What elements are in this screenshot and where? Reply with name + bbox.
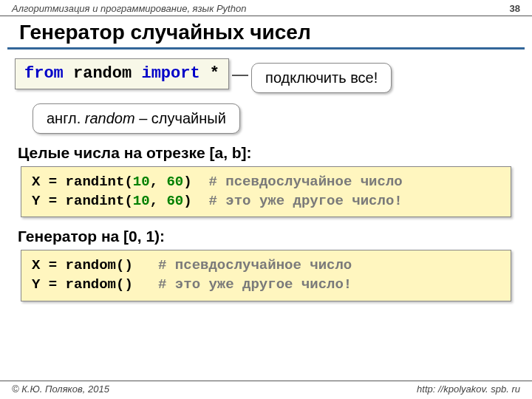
copyright: © К.Ю. Поляков, 2015 — [12, 383, 109, 395]
module-name: random — [64, 64, 142, 83]
page-title: Генератор случайных чисел — [7, 16, 525, 50]
callout-translation: англ. random – случайный — [33, 103, 240, 134]
page-number: 38 — [510, 3, 520, 14]
keyword-import: import — [141, 64, 200, 83]
section-float: Генератор на [0, 1): — [0, 217, 532, 250]
import-code: from random import * — [15, 58, 229, 89]
connector-line — [232, 75, 248, 76]
slide-header: Алгоритмизация и программирование, язык … — [0, 0, 532, 16]
code-random: X = random() # псевдослучайное число Y =… — [21, 250, 511, 301]
import-star: * — [200, 64, 219, 83]
keyword-from: from — [24, 64, 64, 83]
footer-url: http: //kpolyakov. spb. ru — [417, 383, 520, 395]
translation-word: random — [85, 110, 135, 126]
translation-suffix: – случайный — [135, 110, 226, 126]
slide-footer: © К.Ю. Поляков, 2015 http: //kpolyakov. … — [0, 381, 532, 395]
code-randint: X = randint(10, 60) # псевдослучайное чи… — [21, 166, 511, 217]
callout-connect-all: подключить все! — [251, 63, 392, 93]
translation-prefix: англ. — [47, 110, 85, 126]
import-row: from random import * подключить все! — [0, 58, 532, 93]
course-title: Алгоритмизация и программирование, язык … — [12, 3, 246, 14]
section-int: Целые числа на отрезке [a, b]: — [0, 134, 532, 166]
